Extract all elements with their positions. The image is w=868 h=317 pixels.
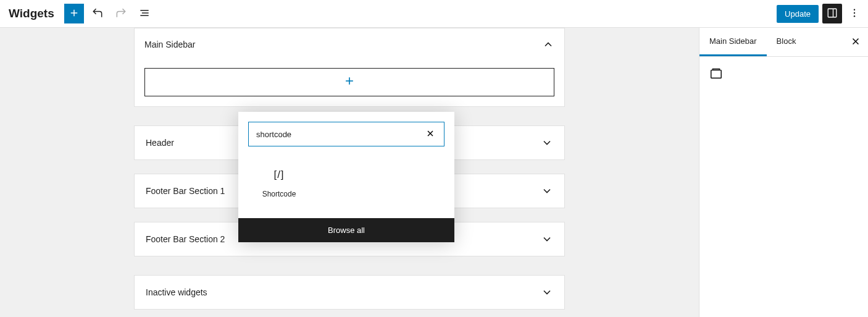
settings-panel-icon: [827, 7, 838, 20]
widget-area-title: Inactive widgets: [146, 287, 207, 297]
widget-area-main-sidebar[interactable]: Main Sidebar: [134, 28, 565, 107]
plus-icon: [343, 75, 356, 90]
block-item-label: Shortcode: [262, 190, 296, 198]
chevron-down-icon: [541, 286, 553, 298]
tab-widget-area[interactable]: Main Sidebar: [699, 28, 767, 56]
widget-area-title: Main Sidebar: [144, 40, 196, 49]
settings-sidebar: Main Sidebar Block: [699, 28, 868, 317]
add-block-button[interactable]: [64, 4, 84, 23]
svg-point-7: [854, 9, 855, 10]
settings-panel-button[interactable]: [822, 4, 842, 23]
chevron-down-icon: [541, 137, 553, 149]
more-vertical-icon: [849, 7, 860, 20]
browse-all-button[interactable]: Browse all: [238, 218, 454, 242]
widget-area-inactive[interactable]: Inactive widgets: [134, 275, 565, 310]
chevron-down-icon: [541, 185, 553, 197]
page-title: Widgets: [9, 7, 54, 20]
chevron-down-icon: [541, 233, 553, 245]
shortcode-icon: [/]: [273, 166, 284, 184]
svg-point-9: [854, 15, 855, 17]
list-view-button[interactable]: [135, 4, 154, 23]
sidebar-tabs: Main Sidebar Block: [699, 28, 868, 57]
widget-area-icon: [709, 72, 723, 82]
block-search-input[interactable]: [256, 130, 419, 139]
svg-rect-16: [711, 70, 722, 78]
clear-search-button[interactable]: [424, 128, 436, 140]
widget-area-title: Header: [146, 138, 174, 148]
tab-block[interactable]: Block: [767, 28, 806, 56]
block-inserter-popover: [/] Shortcode Browse all: [238, 112, 454, 242]
svg-rect-5: [828, 9, 837, 17]
close-icon: [850, 36, 861, 49]
list-view-icon: [138, 7, 151, 21]
plus-icon: [69, 7, 80, 20]
svg-point-8: [854, 12, 855, 13]
widget-area-title: Footer Bar Section 1: [146, 186, 225, 196]
options-button[interactable]: [846, 4, 863, 23]
block-search-wrapper: [248, 122, 444, 146]
undo-button[interactable]: [88, 4, 107, 23]
sidebar-body: [699, 57, 868, 93]
chevron-up-icon: [542, 38, 554, 51]
undo-icon: [91, 7, 104, 21]
close-sidebar-button[interactable]: [847, 33, 864, 51]
top-header: Widgets Update: [0, 0, 868, 28]
redo-button[interactable]: [111, 4, 131, 23]
widget-area-title: Footer Bar Section 2: [146, 234, 225, 244]
redo-icon: [115, 7, 127, 21]
block-appender[interactable]: [144, 68, 554, 96]
widget-area-header[interactable]: Main Sidebar: [144, 38, 554, 51]
close-icon: [425, 129, 435, 140]
block-item-shortcode[interactable]: [/] Shortcode: [248, 161, 310, 203]
update-button[interactable]: Update: [777, 5, 819, 23]
inserter-results: [/] Shortcode: [238, 156, 454, 218]
